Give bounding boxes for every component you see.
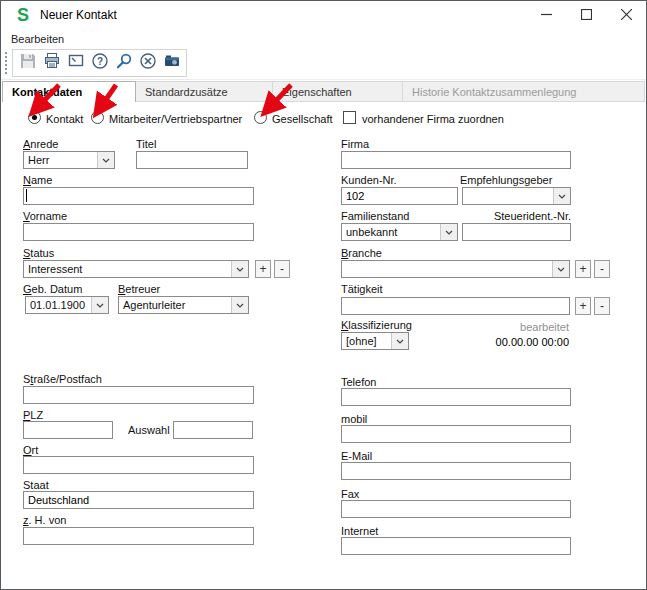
maximize-button[interactable]: [566, 1, 606, 29]
chevron-down-icon[interactable]: [440, 224, 457, 240]
chevron-down-icon[interactable]: [553, 188, 570, 204]
chevron-down-icon[interactable]: [231, 261, 248, 277]
checkbox-firma-label: vorhandener Firma zuordnen: [362, 113, 504, 125]
kunden-nr-label: Kunden-Nr.: [341, 174, 397, 186]
cancel-icon: [139, 52, 157, 74]
name-input[interactable]: [23, 187, 254, 205]
tab-standardzusaetze[interactable]: Standardzusätze: [136, 81, 273, 102]
geb-datum-select[interactable]: 01.01.1900: [25, 296, 109, 314]
branche-select[interactable]: [341, 260, 570, 278]
plz-input[interactable]: [23, 421, 113, 439]
help-icon: ?: [91, 52, 109, 74]
radio-kontakt[interactable]: [28, 111, 41, 124]
title-bar: S Neuer Kontakt: [1, 1, 646, 29]
radio-kontakt-label: Kontakt: [46, 113, 83, 125]
close-button[interactable]: [606, 1, 646, 29]
empfehlungsgeber-select[interactable]: [462, 187, 571, 205]
anrede-label: Anrede: [23, 138, 58, 150]
radio-gesellschaft-label: Gesellschaft: [272, 113, 333, 125]
checkbox-vorhandener-firma-zuordnen[interactable]: [343, 111, 356, 124]
anrede-value: Herr: [24, 154, 97, 166]
betreuer-select[interactable]: Agenturleiter: [118, 296, 249, 314]
chevron-down-icon[interactable]: [552, 261, 569, 277]
tab-historie-kontaktzusammenlegung: Historie Kontaktzusammenlegung: [403, 81, 645, 102]
taetigkeit-add-button[interactable]: +: [575, 297, 591, 315]
strasse-postfach-input[interactable]: [23, 386, 254, 404]
vorname-input[interactable]: [23, 223, 254, 241]
status-select[interactable]: Interessent: [23, 260, 249, 278]
steuerident-input[interactable]: [462, 223, 571, 241]
taetigkeit-input[interactable]: [341, 297, 570, 315]
chevron-down-icon[interactable]: [231, 297, 248, 313]
minimize-button[interactable]: [526, 1, 566, 29]
branche-add-button[interactable]: +: [575, 260, 591, 278]
help-button[interactable]: ?: [89, 52, 110, 74]
bearbeitet-value: 00.00.00 00:00: [451, 336, 569, 348]
kunden-nr-input[interactable]: [341, 187, 458, 205]
mobil-label: mobil: [341, 413, 367, 425]
auswahl-label: Auswahl: [128, 424, 170, 436]
search-icon: [115, 52, 133, 74]
taetigkeit-remove-button[interactable]: -: [594, 297, 610, 315]
radio-gesellschaft[interactable]: [254, 111, 267, 124]
save-button[interactable]: [17, 52, 38, 74]
save-icon: [19, 52, 37, 74]
tab-strip: Kontaktdaten Standardzusätze Eigenschaft…: [2, 81, 645, 102]
taetigkeit-label: Tätigkeit: [341, 283, 383, 295]
close-icon: [621, 6, 632, 24]
klassifizierung-select[interactable]: [ohne]: [341, 332, 409, 350]
print-button[interactable]: [41, 52, 62, 74]
familienstand-value: unbekannt: [342, 226, 440, 238]
firma-input[interactable]: [341, 151, 571, 169]
branche-label: Branche: [341, 247, 382, 259]
status-value: Interessent: [24, 263, 231, 275]
branche-remove-button[interactable]: -: [594, 260, 610, 278]
mobil-input[interactable]: [341, 425, 571, 443]
anrede-select[interactable]: Herr: [23, 151, 115, 169]
ort-label: Ort: [23, 444, 38, 456]
familienstand-label: Familienstand: [341, 210, 409, 222]
radio-mitarbeiter-vertriebspartner[interactable]: [91, 111, 104, 124]
internet-input[interactable]: [341, 537, 571, 555]
geb-datum-label: Geb. Datum: [23, 283, 82, 295]
toolbar-drag-handle[interactable]: [5, 52, 7, 74]
telefon-input[interactable]: [341, 388, 571, 406]
zhvon-input[interactable]: [23, 527, 254, 545]
tab-kontaktdaten[interactable]: Kontaktdaten: [2, 81, 136, 102]
search-button[interactable]: [113, 52, 134, 74]
email-input[interactable]: [341, 462, 571, 480]
klassifizierung-label: Klassifizierung: [341, 319, 412, 331]
familienstand-select[interactable]: unbekannt: [341, 223, 458, 241]
staat-input[interactable]: [23, 491, 254, 509]
status-remove-button[interactable]: -: [274, 260, 290, 278]
email-label: E-Mail: [341, 450, 372, 462]
chevron-down-icon[interactable]: [91, 297, 108, 313]
fax-input[interactable]: [341, 500, 571, 518]
screen-note-button[interactable]: [65, 52, 86, 74]
radio-selected-dot: [32, 115, 37, 120]
cancel-button[interactable]: [137, 52, 158, 74]
new-contact-window: S Neuer Kontakt Bearbeiten: [0, 0, 647, 590]
print-icon: [43, 52, 61, 74]
menu-bearbeiten[interactable]: Bearbeiten: [11, 33, 64, 45]
app-logo-icon: S: [14, 6, 32, 24]
camera-button[interactable]: [161, 52, 182, 74]
ort-input[interactable]: [23, 456, 254, 474]
tab-eigenschaften[interactable]: Eigenschaften: [273, 81, 403, 102]
screen-note-icon: [67, 52, 85, 74]
betreuer-label: Betreuer: [118, 283, 160, 295]
name-label: Name: [23, 174, 52, 186]
titel-input[interactable]: [136, 151, 248, 169]
titel-label: Titel: [136, 138, 156, 150]
klassifizierung-value: [ohne]: [342, 335, 391, 347]
svg-text:?: ?: [96, 56, 102, 67]
auswahl-input[interactable]: [173, 421, 253, 439]
geb-datum-value: 01.01.1900: [26, 299, 91, 311]
chevron-down-icon[interactable]: [391, 333, 408, 349]
status-add-button[interactable]: +: [255, 260, 271, 278]
window-title: Neuer Kontakt: [40, 8, 117, 22]
toolbar: ?: [1, 48, 646, 80]
staat-label: Staat: [23, 479, 49, 491]
minimize-icon: [541, 6, 552, 24]
chevron-down-icon[interactable]: [97, 152, 114, 168]
